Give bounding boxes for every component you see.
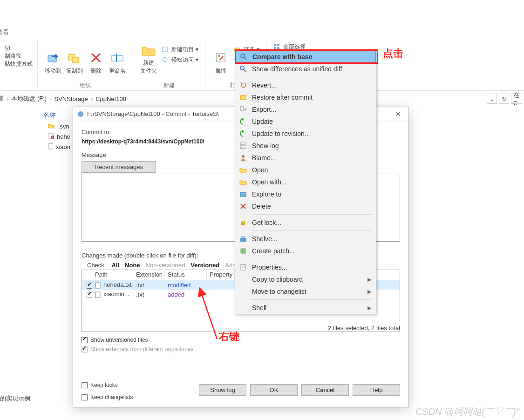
menu-item-open[interactable]: Open <box>235 164 376 176</box>
ok-button[interactable]: OK <box>250 384 298 396</box>
bc-svnstorage[interactable]: SVNStorage <box>54 95 88 102</box>
menu-item-properties[interactable]: Properties... <box>235 261 376 273</box>
easyaccess-icon <box>161 56 169 63</box>
menu-item-restore-after-commit[interactable]: Restore after commit <box>235 91 376 103</box>
bc-computer[interactable]: 脑 <box>0 95 4 103</box>
newfolder-icon <box>141 42 156 57</box>
pasteshortcut-text[interactable]: 贴快捷方式 <box>5 60 33 68</box>
bc-search[interactable]: 在 C <box>511 94 522 104</box>
row-checkbox[interactable] <box>87 292 92 298</box>
svg-rect-5 <box>163 47 167 52</box>
bc-drive[interactable]: 本地磁盘 (F:) <box>11 95 47 103</box>
file-modified-icon: ! <box>48 133 54 140</box>
explore-icon <box>239 190 247 198</box>
th-property[interactable]: Property <box>207 270 235 280</box>
check-label: Check: <box>87 262 106 269</box>
folder-icon <box>239 166 247 174</box>
newitem-icon <box>161 46 169 53</box>
dialog-title-text: F:\SVNStorage\CppNet100 - Commit - Torto… <box>87 110 218 117</box>
close-button[interactable]: ✕ <box>388 107 408 121</box>
menu-item-move-to-changelist[interactable]: Move to changelist▶ <box>235 285 376 298</box>
folder-icon <box>239 178 247 186</box>
filter-none[interactable]: None <box>125 262 140 269</box>
th-path[interactable]: Path <box>92 270 133 280</box>
keep-locks-checkbox[interactable] <box>82 382 88 388</box>
menu-item-update-to-revision[interactable]: Update to revision... <box>235 128 376 140</box>
cut-text[interactable]: 切 <box>5 44 10 52</box>
bc-cppnet100[interactable]: CppNet100 <box>95 95 126 102</box>
menu-item-export[interactable]: Export... <box>235 103 376 115</box>
menu-item-blame[interactable]: Blame... <box>235 152 376 164</box>
group-organize: 移动到 复制到 删除 重命名 组织 <box>38 40 133 90</box>
rename-label: 重命名 <box>109 67 126 75</box>
group-organize-title: 组织 <box>80 81 91 89</box>
svg-rect-13 <box>274 47 276 49</box>
folder-icon <box>48 122 55 130</box>
menu-item-update[interactable]: Update <box>235 115 376 128</box>
properties-label: 属性 <box>215 67 226 75</box>
leftpane-item-hehe[interactable]: !hehe <box>40 131 72 142</box>
menu-item-delete[interactable]: Delete <box>235 200 376 212</box>
svg-rect-3 <box>112 55 123 61</box>
file-icon <box>48 143 53 150</box>
properties-button[interactable]: 属性 <box>210 41 231 76</box>
menu-item-shelve[interactable]: Shelve... <box>235 233 376 245</box>
filter-versioned[interactable]: Versioned <box>191 262 219 269</box>
restore-icon <box>239 93 247 102</box>
menu-item-revert[interactable]: Revert... <box>235 79 376 91</box>
keep-changelists-checkbox[interactable] <box>82 394 88 400</box>
filter-all[interactable]: All <box>111 262 119 269</box>
keep-locks-label: Keep locks <box>90 382 118 388</box>
menu-item-show-differences-as-unified-diff[interactable]: Show differences as unified diff <box>235 63 376 75</box>
lock-icon <box>239 218 247 227</box>
row-checkbox[interactable] <box>87 283 92 289</box>
mag-icon <box>239 53 248 61</box>
shelve-icon <box>239 235 247 243</box>
svg-rect-27 <box>240 107 244 111</box>
context-menu: Compare with baseShow differences as uni… <box>235 50 376 314</box>
menu-item-create-patch[interactable]: Create patch... <box>235 245 376 257</box>
annotation-click: 点击 <box>383 47 403 61</box>
moveto-button[interactable]: 移动到 <box>42 41 64 76</box>
leftpane-item-xiaon[interactable]: xiaon <box>40 142 72 152</box>
file-icon <box>95 291 102 298</box>
svg-point-8 <box>218 55 220 57</box>
rename-button[interactable]: 重命名 <box>107 41 128 76</box>
recent-messages-button[interactable]: Recent messages <box>82 161 156 173</box>
th-status[interactable]: Status <box>165 270 207 280</box>
patch-icon <box>239 247 247 255</box>
filter-added[interactable]: Add <box>225 262 236 269</box>
delete-icon <box>88 50 103 65</box>
cancel-button[interactable]: Cancel <box>301 384 349 396</box>
tab-view[interactable]: 查看 <box>0 26 13 38</box>
newfolder-button[interactable]: 新建 文件夹 <box>138 41 159 76</box>
delete-button[interactable]: 删除 <box>85 41 107 76</box>
tab-row: 查看 <box>0 26 13 38</box>
menu-item-explore-to[interactable]: Explore to <box>235 188 376 200</box>
revert-icon <box>239 81 247 89</box>
svg-rect-7 <box>217 54 225 62</box>
menu-item-shell[interactable]: Shell▶ <box>235 302 376 314</box>
svg-rect-2 <box>72 57 79 63</box>
bc-refresh[interactable]: ↻ <box>499 94 509 104</box>
bc-dropdown[interactable]: ⌄ <box>487 94 497 104</box>
demo-text: 的实现示例 <box>0 394 30 403</box>
leftpane-item-svn[interactable]: .svn <box>40 121 72 131</box>
menu-item-show-log[interactable]: Show log <box>235 140 376 152</box>
show-unversioned-checkbox[interactable] <box>82 337 88 343</box>
copypath-text[interactable]: 制路径 <box>5 52 21 60</box>
newitem-button[interactable]: 新建项目▾ <box>159 44 200 54</box>
svg-rect-33 <box>240 192 246 196</box>
menu-item-copy-to-clipboard[interactable]: Copy to clipboard▶ <box>235 273 376 285</box>
filter-nonversioned[interactable]: Non-versioned <box>146 262 185 269</box>
copyto-icon <box>67 50 82 65</box>
leftpane-header[interactable]: 名称 <box>40 109 72 121</box>
menu-item-compare-with-base[interactable]: Compare with base <box>235 50 376 63</box>
menu-item-open-with[interactable]: Open with... <box>235 176 376 188</box>
help-button[interactable]: Help <box>353 384 400 396</box>
showlog-button[interactable]: Show log <box>199 384 246 396</box>
easyaccess-button[interactable]: 轻松访问▾ <box>159 54 200 65</box>
copyto-button[interactable]: 复制到 <box>64 41 85 76</box>
th-ext[interactable]: Extension <box>133 270 165 280</box>
menu-item-get-lock[interactable]: Get lock... <box>235 217 376 229</box>
